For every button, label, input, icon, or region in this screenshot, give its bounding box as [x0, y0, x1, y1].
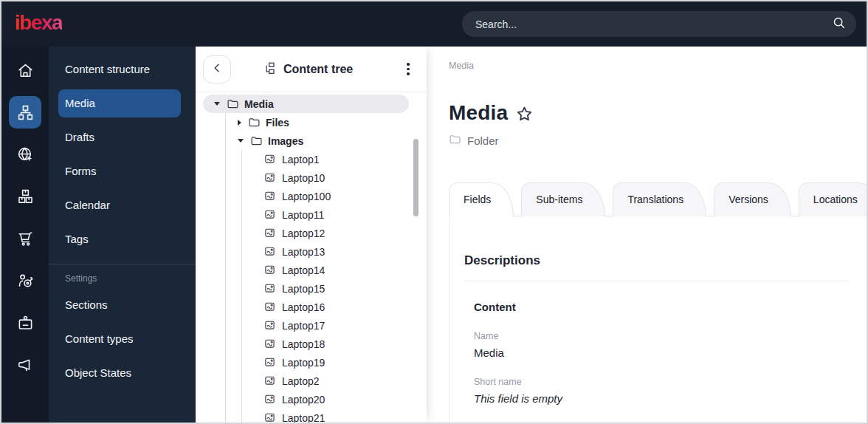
content-tree-panel: Content tree MediaFilesImagesLaptop1Lapt…: [196, 47, 427, 423]
globe-cursor-icon: [16, 146, 35, 164]
person-target-icon: [16, 272, 35, 290]
tree-node-label: Laptop13: [282, 246, 325, 258]
home-icon: [16, 61, 35, 80]
sidebar-item-forms[interactable]: Forms: [58, 157, 181, 185]
tree-node-laptop20[interactable]: Laptop20: [203, 390, 409, 408]
sidebar-item-object-states[interactable]: Object States: [58, 359, 181, 387]
tree-node-laptop21[interactable]: Laptop21: [203, 408, 409, 423]
sidebar-divider: [49, 264, 196, 264]
folder-icon: [250, 134, 263, 147]
image-icon: [264, 319, 277, 332]
sidebar-item-calendar[interactable]: Calendar: [58, 191, 181, 219]
main-nav-rail: [1, 47, 49, 423]
group-heading: Content: [474, 301, 849, 313]
tab-translations[interactable]: Translations: [613, 182, 706, 216]
sidebar-item-content-types[interactable]: Content types: [58, 325, 181, 353]
fields-panel: Descriptions Content NameMediaShort name…: [449, 216, 867, 423]
global-search[interactable]: [462, 11, 856, 37]
caret-right-icon[interactable]: [238, 120, 241, 126]
content-tabs: FieldsSub-itemsTranslationsVersionsLocat…: [449, 182, 867, 216]
rail-item-content[interactable]: [9, 96, 41, 129]
tree-node-images[interactable]: Images: [203, 131, 409, 150]
rail-item-product-catalog[interactable]: [9, 180, 41, 213]
tab-fields[interactable]: Fields: [449, 182, 514, 216]
tree-node-files[interactable]: Files: [203, 113, 409, 131]
sidebar-item-sections[interactable]: Sections: [58, 291, 181, 319]
tree-scrollbar[interactable]: [413, 139, 418, 216]
sidebar-item-tags[interactable]: Tags: [58, 225, 181, 253]
tree-node-laptop15[interactable]: Laptop15: [203, 279, 409, 298]
tree-node-label: Laptop15: [282, 283, 325, 295]
image-icon: [264, 245, 277, 258]
breadcrumb[interactable]: Media: [449, 61, 867, 71]
image-icon: [264, 375, 277, 387]
image-icon: [264, 393, 277, 406]
tree-options-button[interactable]: [400, 60, 416, 78]
image-icon: [264, 227, 277, 239]
tree-node-laptop11[interactable]: Laptop11: [203, 205, 409, 224]
search-input[interactable]: [475, 18, 832, 30]
star-icon[interactable]: [515, 105, 534, 123]
tree-node-laptop10[interactable]: Laptop10: [203, 168, 409, 187]
tree-node-label: Laptop11: [282, 209, 324, 221]
content-tree-header: Content tree: [196, 47, 427, 92]
sidebar-item-content-structure[interactable]: Content structure: [58, 55, 181, 83]
content-type-label: Folder: [449, 133, 867, 148]
sidebar-menu: Content structureMediaDraftsFormsCalenda…: [49, 47, 196, 423]
image-icon: [264, 282, 277, 295]
tree-node-laptop100[interactable]: Laptop100: [203, 187, 409, 205]
image-icon: [264, 338, 277, 350]
folder-icon: [248, 116, 261, 129]
image-icon: [264, 190, 277, 202]
topbar: ibexa: [1, 1, 867, 47]
tab-sub-items[interactable]: Sub-items: [521, 182, 605, 216]
tree-node-label: Laptop16: [282, 301, 325, 313]
collapse-tree-button[interactable]: [203, 55, 231, 83]
caret-down-icon[interactable]: [214, 102, 220, 106]
field-value: This field is empty: [474, 392, 849, 405]
tab-versions[interactable]: Versions: [714, 182, 791, 216]
sidebar-item-drafts[interactable]: Drafts: [58, 123, 181, 151]
field-short-name: Short nameThis field is empty: [474, 377, 849, 405]
tree-node-label: Laptop2: [282, 375, 320, 387]
content-tree-title: Content tree: [264, 61, 353, 78]
tree-node-label: Laptop21: [282, 412, 325, 423]
tree-node-laptop13[interactable]: Laptop13: [203, 242, 409, 261]
packages-icon: [16, 188, 35, 206]
image-icon: [264, 411, 277, 423]
tree-node-label: Images: [268, 135, 303, 147]
tree-node-laptop1[interactable]: Laptop1: [203, 150, 409, 168]
app-body: Content structureMediaDraftsFormsCalenda…: [1, 47, 867, 423]
image-icon: [264, 264, 277, 276]
tab-locations[interactable]: Locations: [799, 182, 868, 216]
rail-item-admin[interactable]: [9, 307, 41, 339]
rail-item-commerce[interactable]: [9, 222, 41, 255]
sidebar-item-media[interactable]: Media: [58, 89, 181, 117]
tree-node-label: Laptop17: [282, 320, 325, 332]
image-icon: [264, 208, 277, 221]
rail-item-site[interactable]: [9, 138, 41, 171]
tree-node-media[interactable]: Media: [203, 95, 409, 113]
page-title: Media: [449, 101, 508, 125]
tree-node-label: Laptop20: [282, 394, 325, 406]
tree-node-laptop18[interactable]: Laptop18: [203, 335, 409, 353]
tree-node-laptop2[interactable]: Laptop2: [203, 372, 409, 390]
megaphone-icon: [16, 356, 35, 375]
tree-node-laptop16[interactable]: Laptop16: [203, 298, 409, 316]
image-icon: [264, 171, 277, 184]
tree-node-laptop12[interactable]: Laptop12: [203, 224, 409, 242]
image-icon: [264, 153, 277, 165]
tree-node-label: Media: [244, 98, 274, 110]
tree-node-label: Laptop10: [282, 172, 325, 184]
content-tree-icon: [264, 61, 277, 78]
content-tree: MediaFilesImagesLaptop1Laptop10Laptop100…: [196, 92, 427, 423]
caret-down-icon[interactable]: [238, 139, 244, 143]
image-icon: [264, 301, 277, 313]
search-icon[interactable]: [832, 16, 846, 33]
tree-node-laptop14[interactable]: Laptop14: [203, 261, 409, 279]
tree-node-laptop19[interactable]: Laptop19: [203, 353, 409, 372]
tree-node-laptop17[interactable]: Laptop17: [203, 316, 409, 335]
rail-item-campaigns[interactable]: [9, 349, 41, 381]
rail-item-dashboard[interactable]: [9, 54, 41, 86]
rail-item-personalization[interactable]: [9, 264, 41, 297]
